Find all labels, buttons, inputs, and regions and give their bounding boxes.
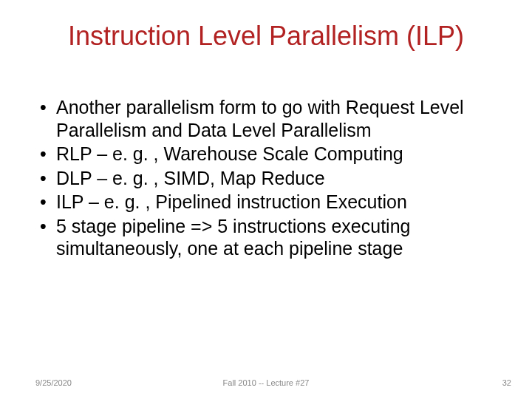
list-item: ILP – e. g. , Pipelined instruction Exec…: [35, 191, 497, 214]
slide-title: Instruction Level Parallelism (ILP): [0, 21, 532, 52]
footer-page-number: 32: [502, 378, 511, 387]
slide: Instruction Level Parallelism (ILP) Anot…: [0, 0, 532, 399]
list-item: 5 stage pipeline => 5 instructions execu…: [35, 215, 497, 260]
bullet-list: Another parallelism form to go with Requ…: [35, 96, 497, 260]
footer-center: Fall 2010 -- Lecture #27: [0, 378, 532, 387]
list-item: Another parallelism form to go with Requ…: [35, 96, 497, 141]
list-item: DLP – e. g. , SIMD, Map Reduce: [35, 167, 497, 190]
slide-footer: 9/25/2020 Fall 2010 -- Lecture #27 32: [0, 374, 532, 387]
slide-body: Another parallelism form to go with Requ…: [35, 96, 497, 262]
list-item: RLP – e. g. , Warehouse Scale Computing: [35, 143, 497, 166]
